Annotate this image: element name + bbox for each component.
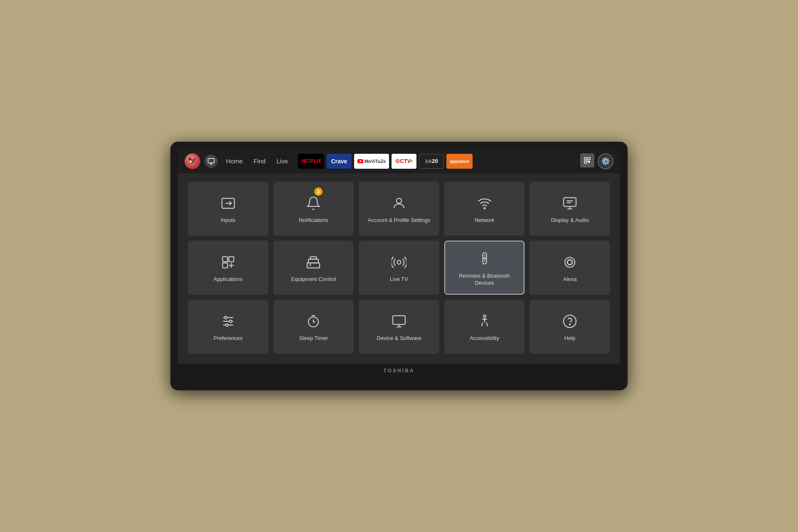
svg-point-33 bbox=[224, 316, 227, 319]
settings-gear-icon[interactable]: ⚙️ bbox=[598, 153, 613, 169]
tile-preferences[interactable]: Preferences bbox=[188, 300, 268, 354]
svg-rect-18 bbox=[307, 263, 320, 268]
tile-help-label: Help bbox=[564, 335, 576, 342]
settings-grid: Inputs 2 Notifications Account & Profile… bbox=[188, 182, 610, 354]
svg-point-28 bbox=[565, 257, 575, 267]
apps-icon bbox=[221, 255, 236, 272]
svg-point-11 bbox=[484, 207, 485, 209]
tile-account[interactable]: Account & Profile Settings bbox=[359, 182, 439, 236]
tile-device-label: Device & Software bbox=[377, 335, 421, 342]
app-da[interactable]: DA20 bbox=[419, 154, 444, 169]
help-icon bbox=[562, 314, 577, 331]
tile-display[interactable]: Display & Audio bbox=[530, 182, 610, 236]
tile-inputs[interactable]: Inputs bbox=[188, 182, 268, 236]
tile-livetv[interactable]: Live TV bbox=[359, 241, 439, 295]
nav-apps: NETFLIX Crave MoViTuZe ⊙CTV▾ DA20 appsto… bbox=[298, 154, 576, 169]
tile-device[interactable]: Device & Software bbox=[359, 300, 439, 354]
app-netflix[interactable]: NETFLIX bbox=[298, 154, 324, 169]
tv-screen: 🦅 Home Find Live NETFLIX Crave MoViTuZe bbox=[178, 149, 620, 364]
tile-display-label: Display & Audio bbox=[551, 217, 589, 224]
svg-rect-5 bbox=[584, 161, 586, 163]
tile-inputs-label: Inputs bbox=[221, 217, 235, 224]
svg-point-41 bbox=[483, 315, 486, 318]
tile-network[interactable]: Network bbox=[444, 182, 525, 236]
tile-remotes-label: Remotes & Bluetooth Devices bbox=[450, 273, 519, 287]
svg-point-34 bbox=[229, 320, 232, 323]
sliders-icon bbox=[221, 314, 236, 331]
tile-applications[interactable]: Applications bbox=[188, 241, 268, 295]
tile-remotes[interactable]: Remotes & Bluetooth Devices bbox=[444, 241, 525, 295]
nav-bar: 🦅 Home Find Live NETFLIX Crave MoViTuZe bbox=[178, 149, 620, 173]
nav-right-icons: ⚙️ bbox=[580, 153, 613, 169]
tile-alexa[interactable]: Alexa bbox=[530, 241, 610, 295]
bell-icon bbox=[306, 196, 321, 213]
display-icon bbox=[562, 196, 577, 213]
notification-badge: 2 bbox=[314, 187, 323, 196]
svg-point-43 bbox=[564, 315, 576, 328]
nav-live[interactable]: Live bbox=[275, 157, 290, 165]
tile-equipment-label: Equipment Control bbox=[291, 276, 336, 283]
tile-sleep[interactable]: Sleep Timer bbox=[273, 300, 354, 354]
tile-notifications[interactable]: 2 Notifications bbox=[273, 182, 354, 236]
app-appstore[interactable]: appstore bbox=[446, 154, 472, 169]
monitor-icon bbox=[392, 314, 406, 331]
accessibility-icon bbox=[477, 314, 492, 331]
nav-links: Home Find Live bbox=[224, 157, 290, 165]
nav-home[interactable]: Home bbox=[224, 157, 244, 165]
svg-rect-20 bbox=[310, 257, 317, 259]
tile-equipment[interactable]: Equipment Control bbox=[273, 241, 354, 295]
svg-point-23 bbox=[397, 261, 401, 264]
svg-rect-13 bbox=[222, 257, 227, 262]
svg-rect-19 bbox=[308, 259, 318, 263]
tile-account-label: Account & Profile Settings bbox=[368, 217, 430, 224]
timer-icon bbox=[306, 314, 321, 331]
tv-frame: 🦅 Home Find Live NETFLIX Crave MoViTuZe bbox=[170, 142, 628, 391]
app-ctv[interactable]: ⊙CTV▾ bbox=[392, 154, 416, 169]
svg-rect-14 bbox=[229, 257, 234, 262]
tile-applications-label: Applications bbox=[214, 276, 243, 283]
main-grid-area: Inputs 2 Notifications Account & Profile… bbox=[178, 173, 620, 364]
svg-point-10 bbox=[397, 198, 401, 203]
app-crave[interactable]: Crave bbox=[327, 154, 352, 169]
svg-rect-12 bbox=[564, 197, 576, 206]
nav-find[interactable]: Find bbox=[252, 157, 267, 165]
svg-point-29 bbox=[567, 260, 572, 265]
alexa-icon bbox=[562, 255, 577, 272]
svg-rect-4 bbox=[588, 158, 590, 160]
svg-point-35 bbox=[226, 324, 228, 326]
tile-accessibility[interactable]: Accessibility bbox=[444, 300, 525, 354]
equipment-icon bbox=[306, 255, 321, 272]
input-switch-icon[interactable] bbox=[204, 155, 218, 168]
tile-livetv-label: Live TV bbox=[390, 276, 408, 283]
tile-preferences-label: Preferences bbox=[214, 335, 243, 342]
inputs-icon bbox=[221, 196, 236, 213]
tile-notifications-label: Notifications bbox=[299, 217, 328, 224]
svg-point-26 bbox=[484, 258, 485, 259]
tile-help[interactable]: Help bbox=[530, 300, 610, 354]
svg-rect-3 bbox=[584, 158, 586, 160]
svg-rect-38 bbox=[393, 316, 405, 325]
person-icon bbox=[392, 196, 406, 213]
app-youtube[interactable]: MoViTuZe bbox=[354, 154, 389, 169]
svg-rect-15 bbox=[222, 263, 227, 268]
svg-rect-0 bbox=[208, 158, 214, 163]
wifi-icon bbox=[477, 196, 492, 213]
antenna-icon bbox=[392, 255, 406, 272]
tile-accessibility-label: Accessibility bbox=[470, 335, 499, 342]
avatar[interactable]: 🦅 bbox=[185, 153, 200, 169]
nav-grid-icon[interactable] bbox=[580, 153, 594, 167]
tile-alexa-label: Alexa bbox=[563, 276, 577, 283]
tv-brand-label: TOSHIBA bbox=[178, 368, 620, 374]
tile-network-label: Network bbox=[475, 217, 495, 224]
tile-sleep-label: Sleep Timer bbox=[299, 335, 328, 342]
remote-icon bbox=[477, 251, 492, 268]
